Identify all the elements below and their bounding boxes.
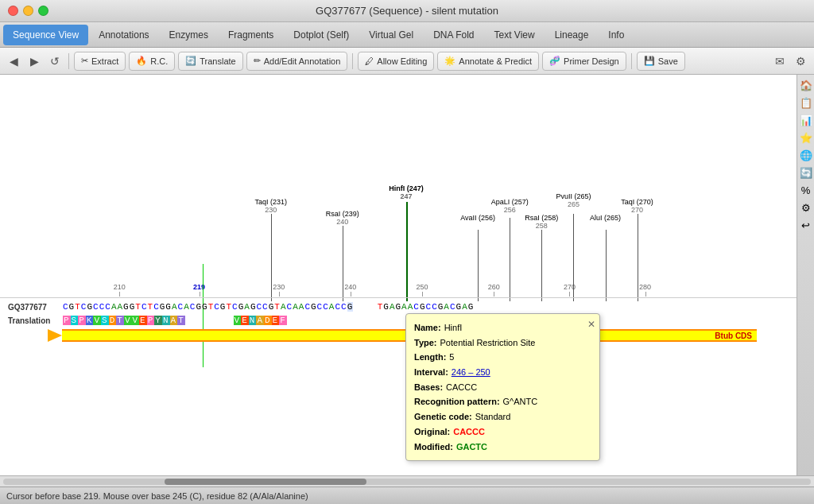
status-text: Cursor before base 219. Mouse over base … xyxy=(6,491,308,501)
close-button[interactable] xyxy=(8,6,18,16)
dna-sequence: CGTCGCCCAAGGTCTCGGACACGGTCGTCGAGCCGTACAA… xyxy=(63,302,474,312)
tick-280 xyxy=(645,292,646,297)
cds-label: Btub CDS xyxy=(715,331,757,340)
ruler-230: 230 xyxy=(273,283,285,291)
popup-name-row: Name: HinfI xyxy=(414,320,591,335)
popup-recognition-label: Recognition pattern: xyxy=(414,394,500,409)
tab-dotplot[interactable]: Dotplot (Self) xyxy=(284,25,359,45)
sidebar-list-icon[interactable]: 📋 xyxy=(799,95,813,110)
enzyme-label-rsa1: RsaI (239)240 xyxy=(326,210,359,226)
tab-dna-fold[interactable]: DNA Fold xyxy=(424,25,483,45)
right-sidebar: 🏠 📋 📊 ⭐ 🌐 🔄 % ⚙ ↩ xyxy=(797,75,814,475)
enzyme-label-avaii: AvaII (256) xyxy=(460,214,495,222)
sidebar-refresh-icon[interactable]: 🔄 xyxy=(799,165,813,180)
primer-design-button[interactable]: 🧬 Primer Design xyxy=(542,52,626,71)
annotate-icon: 🌟 xyxy=(444,56,455,66)
sidebar-chart-icon[interactable]: 📊 xyxy=(799,113,813,127)
translation-row: Translation PSPKVSDTVVEPYNAT VENADEF xyxy=(8,316,797,325)
enzyme-line-rsa1 xyxy=(343,226,343,301)
popup-bases-row: Bases: CACCC xyxy=(414,380,591,395)
enzyme-line-pvuii xyxy=(573,214,574,301)
sequence-row: GQ377677 CGTCGCCCAAGGTCTCGGACACGGTCGTCGA… xyxy=(8,302,797,312)
tick-230 xyxy=(279,292,280,297)
popup-type-label: Type: xyxy=(414,335,437,351)
popup-length-value: 5 xyxy=(449,350,454,365)
popup-bases-label: Bases: xyxy=(414,380,443,395)
extract-button[interactable]: ✂ Extract xyxy=(74,52,126,71)
enzyme-label-rsa258: RsaI (258)258 xyxy=(525,214,558,230)
popup-type-value: Potential Restriction Site xyxy=(440,335,536,351)
tab-sequence-view[interactable]: Sequence View xyxy=(3,25,88,45)
pencil-icon: 🖊 xyxy=(365,56,374,66)
save-button[interactable]: 💾 Save xyxy=(637,52,685,71)
tab-info[interactable]: Info xyxy=(599,25,634,45)
translation-label: Translation xyxy=(8,316,60,325)
sidebar-globe-icon[interactable]: 🌐 xyxy=(799,148,813,162)
forward-button[interactable]: ▶ xyxy=(25,52,43,70)
popup-original-row: Original: CACCC xyxy=(414,425,591,440)
minimize-button[interactable] xyxy=(23,6,33,16)
sidebar-percent-icon[interactable]: % xyxy=(799,183,813,197)
mail-button[interactable]: ✉ xyxy=(771,52,789,70)
ruler-250: 250 xyxy=(417,283,428,291)
scroll-thumb[interactable] xyxy=(165,479,366,485)
translate-icon: 🔄 xyxy=(185,56,196,66)
tick-260 xyxy=(494,292,494,297)
add-edit-icon: ✏ xyxy=(254,56,261,66)
separator-1 xyxy=(68,53,69,69)
enzyme-label-alui: AluI (265) xyxy=(590,214,621,222)
enzyme-line-taq270 xyxy=(638,214,638,301)
window-title: GQ377677 (Sequence) - silent mutation xyxy=(316,5,498,17)
popup-close-button[interactable]: ✕ xyxy=(587,316,595,332)
enzyme-line-rsa258 xyxy=(541,230,542,301)
info-popup: ✕ Name: HinfI Type: Potential Restrictio… xyxy=(405,313,600,461)
translate-button[interactable]: 🔄 Translate xyxy=(178,52,242,71)
allow-editing-button[interactable]: 🖊 Allow Editing xyxy=(358,52,434,71)
rc-icon: 🔥 xyxy=(136,56,147,66)
annotate-button[interactable]: 🌟 Annotate & Predict xyxy=(437,52,539,71)
tab-virtual-gel[interactable]: Virtual Gel xyxy=(359,25,423,45)
scroll-track[interactable] xyxy=(3,479,811,485)
sidebar-home-icon[interactable]: 🏠 xyxy=(799,78,813,92)
popup-genetic-code-row: Genetic code: Standard xyxy=(414,409,591,425)
enzyme-line-apali xyxy=(510,218,510,301)
enzyme-label-pvuii: PvuII (265)265 xyxy=(556,192,591,208)
horizontal-scrollbar[interactable] xyxy=(0,475,814,487)
window-controls xyxy=(8,6,48,16)
popup-recognition-row: Recognition pattern: G^ANTC xyxy=(414,394,591,409)
popup-type-row: Type: Potential Restriction Site xyxy=(414,335,591,351)
popup-interval-value[interactable]: 246 – 250 xyxy=(452,365,490,380)
maximize-button[interactable] xyxy=(38,6,48,16)
sidebar-gear-icon[interactable]: ⚙ xyxy=(799,200,813,215)
sidebar-back-icon[interactable]: ↩ xyxy=(799,218,813,232)
sequence-canvas[interactable]: 210 219 230 240 250 260 270 280 TaqI (23… xyxy=(0,75,797,475)
save-icon: 💾 xyxy=(644,56,655,66)
titlebar: GQ377677 (Sequence) - silent mutation xyxy=(0,0,814,22)
popup-genetic-code-label: Genetic code: xyxy=(414,409,472,425)
settings-button[interactable]: ⚙ xyxy=(792,52,809,70)
sequence-label: GQ377677 xyxy=(8,303,60,312)
tick-270 xyxy=(569,292,570,297)
enzyme-label-taq270: TaqI (270)270 xyxy=(621,198,653,214)
popup-genetic-code-value: Standard xyxy=(475,409,511,425)
enzyme-line-alui xyxy=(606,230,607,301)
tab-lineage[interactable]: Lineage xyxy=(545,25,599,45)
back-button[interactable]: ◀ xyxy=(5,52,22,70)
sidebar-star-icon[interactable]: ⭐ xyxy=(799,130,813,145)
popup-interval-row: Interval: 246 – 250 xyxy=(414,365,591,380)
separator-2 xyxy=(352,53,353,69)
ruler-210: 210 xyxy=(114,283,126,291)
add-edit-button[interactable]: ✏ Add/Edit Annotation xyxy=(246,52,348,71)
refresh-button[interactable]: ↺ xyxy=(46,52,64,70)
tab-text-view[interactable]: Text View xyxy=(485,25,545,45)
main-area: 210 219 230 240 250 260 270 280 TaqI (23… xyxy=(0,75,814,475)
tab-fragments[interactable]: Fragments xyxy=(219,25,283,45)
tab-annotations[interactable]: Annotations xyxy=(89,25,158,45)
ruler-line xyxy=(0,297,797,298)
rc-button[interactable]: 🔥 R.C. xyxy=(129,52,175,71)
popup-modified-value: GACTC xyxy=(456,440,487,455)
enzyme-line-hinfi xyxy=(406,202,408,301)
tick-240 xyxy=(351,292,351,297)
tab-enzymes[interactable]: Enzymes xyxy=(160,25,218,45)
ruler-280: 280 xyxy=(639,283,651,291)
